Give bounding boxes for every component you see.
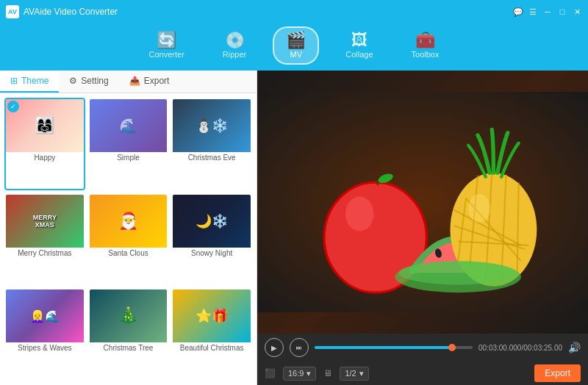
- time-display: 00:03:00.000/00:03:25.00: [478, 344, 562, 352]
- svg-point-20: [399, 261, 517, 284]
- nav-collage[interactable]: 🖼 Collage: [334, 28, 384, 63]
- theme-beautiful-thumb: ⭐🎁: [173, 289, 251, 342]
- theme-merry-thumb: MERRYXMAS: [6, 195, 84, 248]
- title-bar: AV AVAide Video Converter 💬 ☰ ─ □ ✕: [0, 0, 588, 24]
- theme-christmas-tree[interactable]: 🎄 Christmas Tree: [88, 288, 169, 381]
- aspect-ratio-value: 16:9: [288, 369, 304, 378]
- theme-santa-thumb: 🎅: [90, 195, 168, 248]
- theme-beautiful-label: Beautiful Christmas: [173, 342, 251, 354]
- tab-setting[interactable]: ⚙ Setting: [59, 71, 118, 93]
- maximize-button[interactable]: □: [557, 7, 567, 17]
- theme-simple-label: Simple: [90, 152, 168, 164]
- tab-theme[interactable]: ⊞ Theme: [0, 71, 59, 93]
- app-title: AVAide Video Converter: [24, 7, 118, 17]
- ripper-icon: 💿: [225, 32, 245, 48]
- preview-canvas: [257, 71, 588, 334]
- quality-arrow: ▾: [359, 369, 364, 378]
- preview-illustration: [257, 71, 588, 334]
- theme-simple-thumb: 🌊: [90, 99, 168, 152]
- theme-simple[interactable]: 🌊 Simple: [88, 98, 169, 190]
- export-button[interactable]: Export: [534, 364, 581, 382]
- theme-snowy[interactable]: 🌙❄️ Snowy Night: [171, 193, 252, 286]
- theme-selected-check: ✓: [7, 101, 19, 112]
- aspect-ratio-select[interactable]: 16:9 ▾: [283, 367, 316, 381]
- setting-tab-label: Setting: [81, 76, 108, 86]
- progress-thumb: [448, 344, 456, 351]
- quality-icon: 🖥: [323, 368, 332, 378]
- tab-export[interactable]: 📤 Export: [119, 71, 180, 93]
- collage-icon: 🖼: [351, 32, 368, 48]
- minimize-button[interactable]: ─: [542, 7, 553, 17]
- progress-fill: [315, 346, 452, 349]
- nav-mv[interactable]: 🎬 MV: [273, 26, 319, 65]
- mv-icon: 🎬: [286, 32, 306, 48]
- volume-icon[interactable]: 🔊: [568, 342, 581, 353]
- theme-happy-label: Happy: [6, 152, 84, 164]
- nav-ripper[interactable]: 💿 Ripper: [211, 28, 258, 63]
- video-preview: [257, 71, 588, 334]
- nav-toolbox[interactable]: 🧰 Toolbox: [400, 28, 451, 63]
- panel-tabs: ⊞ Theme ⚙ Setting 📤 Export: [0, 71, 257, 93]
- theme-santa-label: Santa Clous: [90, 248, 168, 259]
- nav-ripper-label: Ripper: [223, 50, 246, 59]
- theme-beautiful[interactable]: ⭐🎁 Beautiful Christmas: [171, 288, 252, 381]
- quality-select[interactable]: 1/2 ▾: [340, 367, 368, 381]
- title-bar-left: AV AVAide Video Converter: [6, 5, 118, 18]
- theme-merry-label: Merry Christmas: [6, 248, 84, 259]
- svg-point-18: [468, 194, 490, 223]
- right-panel: ▶ ⏭ 00:03:00.000/00:03:25.00 🔊 ⬛ 16:9 ▾: [257, 71, 588, 385]
- export-tab-icon: 📤: [129, 76, 140, 86]
- theme-christmas-tree-label: Christmas Tree: [90, 342, 168, 354]
- skip-button[interactable]: ⏭: [290, 338, 309, 357]
- theme-snowy-thumb: 🌙❄️: [173, 195, 251, 248]
- nav-toolbox-label: Toolbox: [412, 50, 440, 59]
- theme-stripes-thumb: 👱‍♀️🌊: [6, 289, 84, 342]
- menu-icon[interactable]: ☰: [528, 7, 538, 17]
- theme-christmas-eve[interactable]: ⛄❄️ Christmas Eve: [171, 98, 252, 190]
- converter-icon: 🔄: [157, 32, 176, 48]
- theme-snowy-label: Snowy Night: [173, 248, 251, 259]
- controls-bar: ▶ ⏭ 00:03:00.000/00:03:25.00 🔊: [257, 334, 588, 361]
- theme-christmas-eve-label: Christmas Eve: [173, 152, 251, 164]
- aspect-ratio-arrow: ▾: [306, 369, 311, 378]
- export-tab-label: Export: [144, 76, 170, 86]
- theme-happy[interactable]: ✓ 👩‍👩‍👧 Happy: [4, 98, 85, 190]
- nav-collage-label: Collage: [345, 50, 373, 59]
- main-content: ⊞ Theme ⚙ Setting 📤 Export ✓ 👩‍👩‍👧: [0, 71, 588, 385]
- theme-tab-icon: ⊞: [10, 76, 18, 86]
- app-logo: AV: [6, 5, 19, 18]
- aspect-ratio-icon: ⬛: [265, 368, 276, 378]
- theme-merry[interactable]: MERRYXMAS Merry Christmas: [4, 193, 85, 286]
- theme-stripes[interactable]: 👱‍♀️🌊 Stripes & Waves: [4, 288, 85, 381]
- nav-mv-label: MV: [290, 50, 302, 59]
- progress-bar[interactable]: [315, 346, 473, 349]
- close-button[interactable]: ✕: [572, 7, 582, 17]
- quality-value: 1/2: [345, 369, 356, 378]
- play-button[interactable]: ▶: [265, 338, 284, 357]
- title-bar-controls: 💬 ☰ ─ □ ✕: [513, 7, 582, 17]
- nav-converter[interactable]: 🔄 Converter: [137, 28, 196, 63]
- theme-stripes-label: Stripes & Waves: [6, 342, 84, 354]
- left-panel: ⊞ Theme ⚙ Setting 📤 Export ✓ 👩‍👩‍👧: [0, 71, 257, 385]
- nav-bar: 🔄 Converter 💿 Ripper 🎬 MV 🖼 Collage 🧰 To…: [0, 24, 588, 71]
- format-bar: ⬛ 16:9 ▾ 🖥 1/2 ▾ Export: [257, 361, 588, 385]
- theme-santa[interactable]: 🎅 Santa Clous: [88, 193, 169, 286]
- setting-tab-icon: ⚙: [69, 76, 77, 86]
- theme-christmas-tree-thumb: 🎄: [90, 289, 168, 342]
- chat-icon[interactable]: 💬: [513, 7, 523, 17]
- theme-christmas-eve-thumb: ⛄❄️: [173, 99, 251, 152]
- nav-converter-label: Converter: [149, 50, 184, 59]
- theme-tab-label: Theme: [21, 76, 49, 86]
- toolbox-icon: 🧰: [415, 32, 435, 48]
- theme-grid: ✓ 👩‍👩‍👧 Happy 🌊 Simple: [0, 93, 257, 385]
- svg-point-3: [345, 197, 374, 231]
